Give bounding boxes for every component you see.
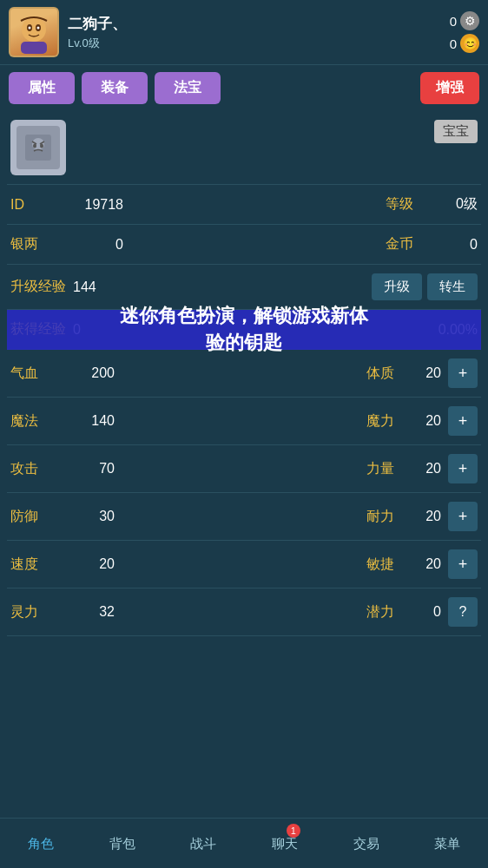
endurance-value: 20 (402, 509, 441, 524)
banner-overlay: 迷你角色扮演，解锁游戏新体验的钥匙 (7, 310, 481, 350)
id-label: ID (10, 197, 63, 213)
potential-label: 潜力 (359, 603, 402, 621)
header: 二狗子、 Lv.0级 0 ⚙ 0 😊 (0, 0, 488, 65)
constitution-value: 20 (402, 365, 441, 381)
gold-label: 金币 (373, 235, 425, 253)
baby-button[interactable]: 宝宝 (434, 120, 478, 143)
header-currency-area: 0 ⚙ 0 😊 (450, 11, 479, 53)
reincarnate-button[interactable]: 转生 (427, 273, 478, 300)
id-level-row: ID 19718 等级 0级 (7, 185, 481, 225)
char-icon-face (16, 126, 60, 169)
silver-icon: ⚙ (460, 11, 479, 30)
hp-value: 200 (63, 365, 115, 381)
endurance-label: 耐力 (359, 508, 402, 526)
mana-plus-button[interactable]: + (448, 406, 478, 436)
spd-agility-row: 速度 20 敏捷 20 + (7, 541, 481, 589)
char-icon (10, 120, 66, 175)
chat-badge: 1 (287, 824, 300, 838)
enhance-button[interactable]: 增强 (420, 72, 479, 104)
def-endurance-row: 防御 30 耐力 20 + (7, 493, 481, 541)
nav-trade-label: 交易 (353, 836, 379, 852)
stats-panel: 宝宝 ID 19718 等级 0级 银两 0 金币 0 升级经验 (0, 111, 488, 643)
atk-label: 攻击 (10, 460, 63, 478)
silver-stat-value: 0 (63, 237, 123, 253)
spirit-label: 灵力 (10, 603, 63, 621)
gold-value: 0 (450, 36, 457, 51)
tab-equipment[interactable]: 装备 (82, 72, 148, 104)
nav-chat[interactable]: 1 聊天 (244, 819, 326, 868)
gold-stat-value: 0 (425, 237, 478, 253)
player-name: 二狗子、 (68, 14, 450, 34)
mp-label: 魔法 (10, 412, 63, 431)
svg-point-3 (29, 27, 31, 30)
svg-rect-5 (21, 42, 47, 54)
nav-chat-label: 聊天 (272, 836, 298, 852)
silver-gold-row: 银两 0 金币 0 (7, 225, 481, 265)
header-info: 二狗子、 Lv.0级 (68, 14, 450, 51)
spirit-potential-row: 灵力 32 潜力 0 ? (7, 589, 481, 636)
banner-text: 迷你角色扮演，解锁游戏新体验的钥匙 (120, 303, 368, 357)
spirit-value: 32 (63, 604, 115, 620)
nav-battle-label: 战斗 (190, 836, 216, 852)
constitution-plus-button[interactable]: + (448, 358, 478, 388)
atk-strength-row: 攻击 70 力量 20 + (7, 445, 481, 493)
mana-label: 魔力 (359, 412, 402, 431)
id-value: 19718 (63, 197, 123, 213)
player-level: Lv.0级 (68, 36, 450, 51)
svg-point-4 (37, 27, 40, 30)
nav-character-label: 角色 (28, 836, 54, 852)
upgrade-button[interactable]: 升级 (372, 273, 422, 300)
char-preview: 宝宝 (7, 111, 481, 185)
gold-currency: 0 😊 (450, 34, 479, 53)
level-label: 等级 (373, 195, 425, 214)
upgrade-value: 144 (73, 279, 372, 295)
nav-menu-label: 菜单 (434, 836, 460, 852)
tab-treasure[interactable]: 法宝 (155, 72, 221, 104)
agility-label: 敏捷 (359, 556, 402, 574)
potential-question-button[interactable]: ? (448, 597, 478, 627)
endurance-plus-button[interactable]: + (448, 502, 478, 531)
def-label: 防御 (10, 508, 63, 526)
svg-point-8 (33, 144, 36, 148)
nav-bag[interactable]: 背包 (82, 819, 163, 868)
svg-point-0 (22, 17, 46, 42)
main-content: 宝宝 ID 19718 等级 0级 银两 0 金币 0 升级经验 (0, 111, 488, 816)
nav-menu[interactable]: 菜单 (406, 819, 488, 868)
exp-row-wrapper: 获得经验 0 0.00% 迷你角色扮演，解锁游戏新体验的钥匙 (7, 310, 481, 350)
nav-character[interactable]: 角色 (0, 819, 82, 868)
bottom-nav: 角色 背包 战斗 1 聊天 交易 菜单 (0, 818, 488, 868)
svg-point-9 (40, 144, 43, 148)
silver-value: 0 (450, 14, 457, 29)
hp-label: 气血 (10, 365, 63, 383)
avatar (9, 7, 59, 57)
spd-label: 速度 (10, 556, 63, 574)
silver-currency: 0 ⚙ (450, 11, 479, 30)
spd-value: 20 (63, 556, 115, 572)
upgrade-label: 升级经验 (10, 278, 66, 296)
strength-value: 20 (402, 461, 441, 477)
mana-value: 20 (402, 413, 441, 429)
level-value: 0级 (425, 195, 478, 214)
toolbar: 属性 装备 法宝 增强 (0, 65, 488, 111)
hp-constitution-row: 气血 200 体质 20 + (7, 350, 481, 398)
agility-plus-button[interactable]: + (448, 549, 478, 579)
potential-value: 0 (402, 604, 441, 620)
atk-value: 70 (63, 461, 115, 477)
def-value: 30 (63, 509, 115, 524)
gold-icon: 😊 (460, 34, 479, 53)
stats-table: ID 19718 等级 0级 银两 0 金币 0 升级经验 144 升级 转生 (7, 185, 481, 636)
mp-mana-row: 魔法 140 魔力 20 + (7, 398, 481, 445)
tab-attributes[interactable]: 属性 (9, 72, 75, 104)
nav-trade[interactable]: 交易 (326, 819, 407, 868)
agility-value: 20 (402, 556, 441, 572)
strength-label: 力量 (359, 460, 402, 478)
nav-bag-label: 背包 (109, 836, 135, 852)
silver-label: 银两 (10, 235, 63, 253)
nav-battle[interactable]: 战斗 (162, 819, 244, 868)
strength-plus-button[interactable]: + (448, 454, 478, 483)
mp-value: 140 (63, 413, 115, 429)
constitution-label: 体质 (359, 365, 402, 383)
